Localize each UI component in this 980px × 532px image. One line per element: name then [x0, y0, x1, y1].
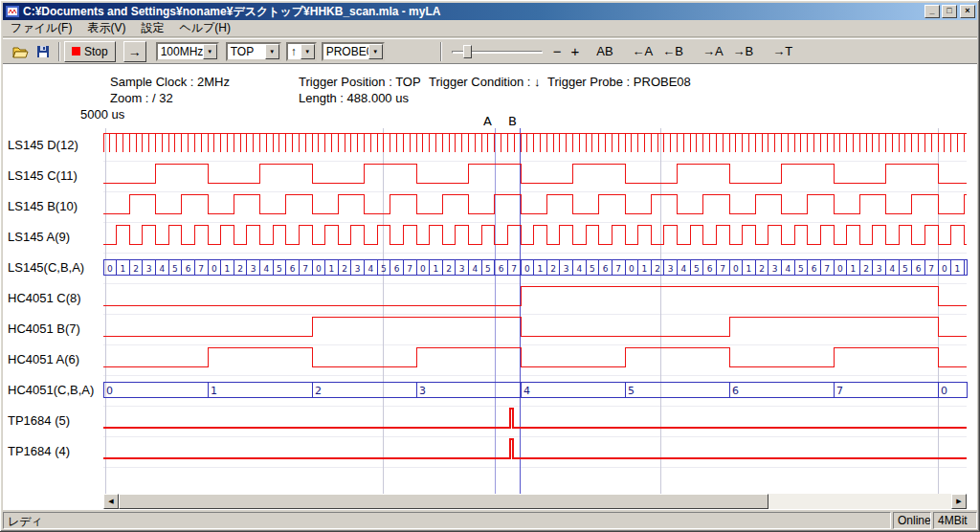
app-window: C:¥Documents and Settings¥noname¥デスクトップ¥…	[0, 0, 980, 532]
edge-value: ↑	[288, 45, 301, 58]
trigger-position-value: TOP	[228, 45, 265, 58]
titlebar: C:¥Documents and Settings¥noname¥デスクトップ¥…	[3, 3, 977, 20]
statusbar: レディ Online 4MBit	[3, 510, 977, 529]
scrollbar-track[interactable]	[119, 494, 951, 509]
chevron-down-icon[interactable]: ▼	[203, 44, 217, 59]
length-text: Length : 488.000 us	[299, 91, 409, 105]
trigger-position-select[interactable]: TOP ▼	[226, 42, 281, 61]
scroll-left-icon[interactable]: ◀	[103, 494, 119, 509]
edge-select[interactable]: ↑ ▼	[286, 42, 317, 61]
step-button[interactable]: →	[123, 41, 146, 62]
clock-value: 100MHz	[158, 45, 203, 58]
status-ready: レディ	[3, 512, 891, 529]
stop-icon	[72, 47, 80, 55]
chevron-down-icon[interactable]: ▼	[265, 44, 279, 59]
probe-value: PROBE00	[323, 45, 368, 58]
floppy-disk-icon	[36, 45, 50, 58]
chevron-down-icon[interactable]: ▼	[301, 44, 315, 59]
channel-label-ls145-d: LS145 D(12)	[8, 138, 103, 153]
ab-button[interactable]: AB	[591, 42, 617, 60]
zoom-in-button[interactable]: +	[566, 41, 584, 61]
app-icon	[6, 5, 19, 18]
channel-label-ls145-bus: LS145(C,B,A)	[8, 260, 103, 276]
channel-label-hc4051-b: HC4051 B(7)	[8, 321, 103, 337]
trigger-condition-text: Trigger Condition : ↓	[429, 75, 541, 89]
goto-b-right-button[interactable]: →B	[728, 42, 759, 60]
goto-a-right-button[interactable]: →A	[698, 42, 728, 60]
toolbar-separator	[440, 42, 442, 61]
channel-label-ls145-c: LS145 C(11)	[8, 168, 103, 184]
menubar: ファイル(F) 表示(V) 設定 ヘルプ(H)	[3, 20, 977, 37]
status-online: Online	[893, 512, 931, 529]
time-scale-label: 5000 us	[80, 107, 124, 122]
toolbar: Stop → 100MHz ▼ TOP ▼ ↑ ▼ PROBE00 ▼ − + …	[3, 38, 977, 64]
channel-label-tp1684-4: TP1684 (4)	[8, 444, 103, 459]
window-title: C:¥Documents and Settings¥noname¥デスクトップ¥…	[23, 4, 923, 20]
zoom-out-button[interactable]: −	[548, 41, 567, 61]
goto-b-left-button[interactable]: ←B	[657, 42, 688, 60]
goto-a-left-button[interactable]: ←A	[628, 42, 658, 60]
probe-select[interactable]: PROBE00 ▼	[322, 42, 385, 61]
channel-label-hc4051-c: HC4051 C(8)	[8, 291, 103, 306]
horizontal-scrollbar[interactable]: ◀ ▶	[103, 494, 967, 509]
status-capacity: 4MBit	[933, 512, 977, 529]
save-button[interactable]	[32, 41, 55, 62]
menu-file[interactable]: ファイル(F)	[3, 19, 79, 37]
slider-thumb[interactable]	[463, 45, 472, 58]
channel-label-tp1684-5: TP1684 (5)	[8, 413, 103, 429]
channel-label-ls145-a: LS145 A(9)	[8, 230, 103, 245]
trigger-position-text: Trigger Position : TOP	[299, 75, 421, 89]
stop-label: Stop	[84, 45, 108, 58]
scrollbar-thumb[interactable]	[119, 494, 768, 509]
goto-trigger-button[interactable]: →T	[768, 42, 797, 60]
minimize-button[interactable]: _	[924, 5, 940, 18]
chevron-down-icon[interactable]: ▼	[368, 44, 383, 59]
clock-select[interactable]: 100MHz ▼	[156, 42, 219, 61]
scroll-right-icon[interactable]: ▶	[951, 494, 967, 509]
menu-view[interactable]: 表示(V)	[79, 19, 133, 37]
channel-label-hc4051-a: HC4051 A(6)	[8, 352, 103, 367]
zoom-slider[interactable]	[452, 43, 543, 60]
open-button[interactable]	[9, 41, 32, 62]
channel-label-hc4051-bus: HC4051(C,B,A)	[8, 383, 103, 398]
waveform-panel	[3, 64, 977, 510]
sample-clock-text: Sample Clock : 2MHz	[110, 75, 230, 89]
open-folder-icon	[12, 45, 29, 58]
zoom-text: Zoom : / 32	[110, 91, 173, 105]
trigger-probe-text: Trigger Probe : PROBE08	[547, 75, 691, 89]
stop-button[interactable]: Stop	[64, 41, 116, 62]
maximize-button[interactable]: □	[942, 5, 957, 18]
channel-label-ls145-b: LS145 B(10)	[8, 199, 103, 214]
toolbar-separator	[58, 42, 60, 61]
menu-settings[interactable]: 設定	[133, 19, 171, 37]
menu-help[interactable]: ヘルプ(H)	[171, 19, 238, 37]
close-button[interactable]: ×	[960, 5, 975, 18]
